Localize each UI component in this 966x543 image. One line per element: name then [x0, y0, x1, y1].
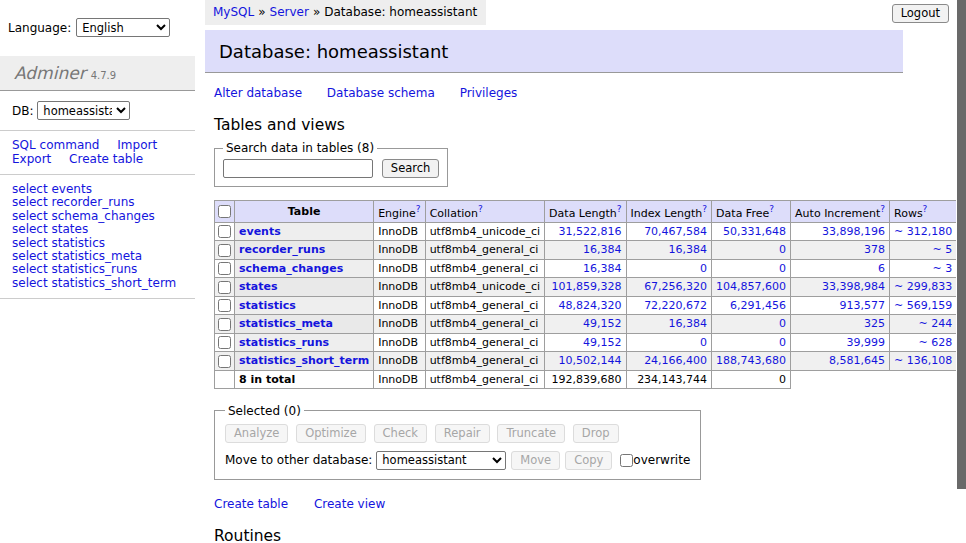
table-name-link[interactable]: statistics_meta — [239, 317, 333, 330]
bulk-actions-row: Analyze Optimize Check Repair Truncate D… — [225, 424, 690, 443]
select-link[interactable]: select — [12, 195, 48, 209]
column-help-link[interactable]: ? — [478, 204, 483, 214]
db-select[interactable]: homeassistant — [37, 101, 130, 120]
table-name-cell: recorder_runs — [235, 241, 374, 260]
sidebar-link-export[interactable]: Export — [12, 152, 51, 166]
auto-increment-cell: 33,398,984 — [791, 278, 890, 297]
column-help-link[interactable]: ? — [923, 204, 928, 214]
row-checkbox[interactable] — [218, 318, 231, 331]
alter-database-link[interactable]: Alter database — [214, 86, 302, 100]
tables-and-views-heading: Tables and views — [214, 116, 903, 134]
routines-heading: Routines — [214, 527, 903, 543]
data-free-cell: 104,857,600 — [712, 278, 791, 297]
table-name-link[interactable]: statistics_runs — [239, 336, 329, 349]
search-button[interactable]: Search — [382, 159, 440, 178]
language-row: Language:English — [0, 12, 195, 44]
row-checkbox[interactable] — [218, 281, 231, 294]
total-engine-cell: InnoDB — [374, 370, 425, 388]
table-name-link[interactable]: statistics_short_term — [239, 354, 369, 367]
column-help-link[interactable]: ? — [416, 204, 421, 214]
total-data-length-cell: 192,839,680 — [545, 370, 626, 388]
row-checkbox[interactable] — [218, 355, 231, 368]
app-version[interactable]: 4.7.9 — [91, 70, 116, 81]
select-link[interactable]: select — [12, 249, 48, 263]
selected-fieldset: Selected (0) Analyze Optimize Check Repa… — [214, 404, 701, 480]
sidebar-link-import[interactable]: Import — [117, 138, 157, 152]
overwrite-label: overwrite — [633, 453, 690, 467]
table-link-states[interactable]: states — [51, 222, 88, 236]
table-link-statistics-runs[interactable]: statistics_runs — [51, 262, 137, 276]
sidebar-table-list: select events select recorder_runs selec… — [0, 175, 195, 299]
scrollbar-thumb[interactable] — [957, 0, 966, 489]
search-fieldset: Search data in tables (8) Search — [214, 141, 448, 187]
select-link[interactable]: select — [12, 222, 48, 236]
create-table-link[interactable]: Create table — [214, 497, 288, 511]
table-name-link[interactable]: statistics — [239, 299, 296, 312]
select-link[interactable]: select — [12, 236, 48, 250]
list-item: select events — [12, 182, 92, 196]
sidebar: Language:English Adminer4.7.9 DB: homeas… — [0, 0, 195, 299]
database-schema-link[interactable]: Database schema — [327, 86, 435, 100]
table-name-link[interactable]: events — [239, 225, 281, 238]
engine-cell: InnoDB — [374, 315, 425, 334]
row-checkbox[interactable] — [218, 336, 231, 349]
select-link[interactable]: select — [12, 262, 48, 276]
select-link[interactable]: select — [12, 276, 48, 290]
overwrite-checkbox[interactable] — [620, 454, 633, 467]
table-link-events[interactable]: events — [51, 182, 91, 196]
list-item: select recorder_runs — [12, 195, 135, 209]
scrollbar[interactable] — [956, 0, 966, 543]
create-view-link[interactable]: Create view — [314, 497, 385, 511]
language-select[interactable]: English — [76, 18, 170, 37]
row-checkbox[interactable] — [218, 262, 231, 275]
table-link-schema-changes[interactable]: schema_changes — [51, 209, 154, 223]
engine-cell: InnoDB — [374, 296, 425, 315]
row-checkbox[interactable] — [218, 225, 231, 238]
table-row: statistics_short_term InnoDB utf8mb4_gen… — [215, 352, 966, 371]
column-help-link[interactable]: ? — [617, 204, 622, 214]
table-row: states InnoDB utf8mb4_unicode_ci 101,859… — [215, 278, 966, 297]
row-checkbox[interactable] — [218, 299, 231, 312]
table-name-link[interactable]: states — [239, 280, 278, 293]
rows-cell: ~ 312,180 — [890, 222, 957, 241]
copy-button: Copy — [565, 451, 612, 470]
column-help-link[interactable]: ? — [702, 204, 707, 214]
search-input[interactable] — [223, 159, 373, 178]
column-help-link[interactable]: ? — [880, 204, 885, 214]
column-help-link[interactable]: ? — [769, 204, 774, 214]
sidebar-link-create-table[interactable]: Create table — [69, 152, 143, 166]
table-link-recorder-runs[interactable]: recorder_runs — [51, 195, 134, 209]
overwrite-option: overwrite — [620, 453, 690, 467]
move-db-select[interactable]: homeassistant — [376, 451, 506, 470]
select-all-checkbox[interactable] — [218, 205, 231, 218]
header-checkbox-cell — [215, 201, 235, 223]
auto-increment-cell: 33,898,196 — [791, 222, 890, 241]
list-item: select statistics_short_term — [12, 276, 176, 290]
select-link[interactable]: select — [12, 182, 48, 196]
create-links: Create table Create view — [214, 497, 903, 511]
table-name-link[interactable]: schema_changes — [239, 262, 343, 275]
table-row: recorder_runs InnoDB utf8mb4_general_ci … — [215, 241, 966, 260]
table-link-statistics-short-term[interactable]: statistics_short_term — [51, 276, 176, 290]
auto-increment-cell: 378 — [791, 241, 890, 260]
table-link-statistics[interactable]: statistics — [51, 236, 105, 250]
total-label-cell: 8 in total — [235, 370, 374, 388]
breadcrumb: MySQL»Server»Database: homeassistant — [205, 0, 486, 25]
breadcrumb-server-link[interactable]: Server — [270, 5, 309, 19]
select-link[interactable]: select — [12, 209, 48, 223]
table-name-cell: schema_changes — [235, 259, 374, 278]
rows-cell: ~ 569,159 — [890, 296, 957, 315]
analyze-button: Analyze — [225, 424, 288, 443]
sidebar-link-sql-command[interactable]: SQL command — [12, 138, 99, 152]
table-name-link[interactable]: recorder_runs — [239, 243, 325, 256]
engine-cell: InnoDB — [374, 278, 425, 297]
privileges-link[interactable]: Privileges — [460, 86, 518, 100]
breadcrumb-mysql-link[interactable]: MySQL — [213, 5, 254, 19]
row-checkbox[interactable] — [218, 244, 231, 257]
search-legend: Search data in tables (8) — [223, 141, 377, 155]
collation-cell: utf8mb4_unicode_ci — [425, 222, 544, 241]
truncate-button: Truncate — [497, 424, 565, 443]
data-length-cell: 48,824,320 — [545, 296, 626, 315]
table-link-statistics-meta[interactable]: statistics_meta — [51, 249, 142, 263]
breadcrumb-separator: » — [313, 5, 320, 19]
